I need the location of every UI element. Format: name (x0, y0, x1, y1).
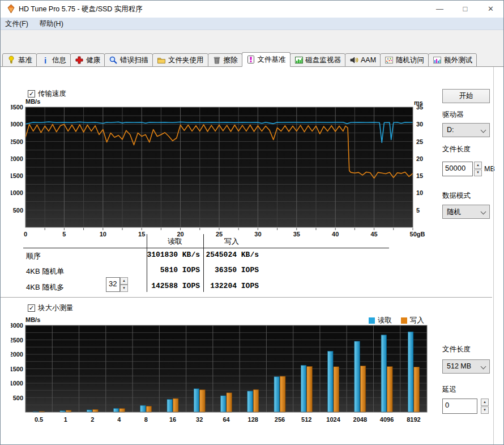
svg-text:15: 15 (416, 172, 423, 179)
svg-text:1000: 1000 (11, 380, 23, 387)
4kb-multi-write-value: 132204 IOPS (204, 282, 259, 290)
tab-label: 错误扫描 (120, 56, 148, 65)
tab-error-scan[interactable]: 错误扫描 (104, 53, 153, 67)
tab-erase[interactable]: 擦除 (208, 53, 242, 67)
app-icon (6, 4, 16, 14)
tab-extra-tests[interactable]: 额外测试 (428, 53, 477, 67)
chevron-down-icon (481, 209, 486, 215)
data-mode-value: 随机 (447, 207, 461, 217)
svg-text:2500: 2500 (11, 138, 23, 145)
svg-text:50gB: 50gB (410, 231, 425, 238)
svg-text:2500: 2500 (11, 337, 23, 344)
svg-text:3500: 3500 (11, 104, 23, 111)
tab-folder-usage[interactable]: 文件夹使用 (152, 53, 208, 67)
tab-label: AAM (361, 56, 376, 64)
svg-text:1000: 1000 (11, 189, 23, 196)
tab-random-access[interactable]: 随机访问 (380, 53, 429, 67)
svg-text:15: 15 (138, 231, 145, 238)
sequential-write-value: 2545024 KB/s (204, 251, 259, 259)
tab-disk-monitor[interactable]: 磁盘监视器 (290, 53, 346, 67)
drive-combo[interactable]: D: (442, 123, 490, 137)
svg-text:8192: 8192 (407, 416, 420, 423)
queue-depth-down-button[interactable]: ▼ (120, 285, 128, 292)
data-mode-label: 数据模式 (442, 191, 471, 201)
svg-text:0: 0 (24, 231, 27, 238)
svg-text:MB/s: MB/s (25, 316, 40, 323)
tab-bar: 基准i信息健康错误扫描文件夹使用擦除文件基准磁盘监视器AAM随机访问额外测试 (2, 53, 476, 67)
svg-text:32: 32 (196, 416, 203, 423)
minimize-button[interactable]: — (427, 1, 452, 18)
svg-text:25: 25 (416, 138, 423, 145)
svg-text:10: 10 (416, 189, 423, 196)
folder-icon (157, 56, 166, 65)
svg-text:1500: 1500 (11, 172, 23, 179)
tab-label: 健康 (86, 56, 100, 65)
tab-aam[interactable]: AAM (345, 53, 381, 67)
svg-text:35: 35 (293, 231, 300, 238)
delay-down-button[interactable]: ▼ (481, 406, 489, 414)
block-file-length-combo[interactable]: 512 MB (442, 359, 490, 374)
tab-strip: 基准i信息健康错误扫描文件夹使用擦除文件基准磁盘监视器AAM随机访问额外测试 (1, 53, 503, 67)
tab-label: 擦除 (224, 56, 238, 65)
panel-separator (493, 67, 494, 445)
chevron-down-icon (481, 128, 486, 133)
start-button[interactable]: 开始 (442, 89, 490, 103)
health-cross-icon (75, 56, 84, 65)
tab-benchmark[interactable]: 基准 (2, 53, 37, 67)
block-file-length-value: 512 MB (447, 362, 471, 370)
extra-test-icon (433, 56, 442, 65)
delay-up-button[interactable]: ▲ (481, 399, 489, 406)
block-file-length-label: 文件长度 (442, 345, 471, 354)
tab-info[interactable]: i信息 (36, 53, 71, 67)
menu-bar: 文件(F) 帮助(H) (1, 18, 503, 30)
svg-text:2: 2 (91, 416, 94, 423)
svg-text:2048: 2048 (353, 416, 367, 423)
speaker-icon (349, 56, 358, 65)
svg-text:256: 256 (275, 416, 285, 423)
svg-text:5: 5 (416, 207, 420, 214)
svg-text:10: 10 (100, 231, 106, 238)
queue-depth-input[interactable]: 32 (106, 277, 120, 292)
close-button[interactable]: ✕ (478, 1, 503, 18)
tab-label: 随机访问 (396, 56, 424, 65)
app-window: HD Tune Pro 5.75 - 硬盘/SSD 实用程序 — □ ✕ 文件(… (0, 0, 504, 445)
svg-text:512: 512 (301, 416, 311, 423)
trash-icon (212, 56, 221, 65)
file-length-down-button[interactable]: ▼ (474, 169, 482, 177)
file-length-input[interactable]: 50000 (442, 162, 473, 176)
svg-text:8: 8 (144, 416, 148, 423)
4kb-multi-read-value: 142588 IOPS (134, 282, 200, 290)
tab-health[interactable]: 健康 (70, 53, 105, 67)
delay-stepper: ▲ ▼ (481, 399, 489, 414)
disk-monitor-icon (294, 56, 304, 65)
file-benchmark-page: ✓ 传输速度 350030002500200015001000500353025… (1, 67, 503, 445)
chevron-down-icon (481, 364, 486, 370)
4kb-single-write-value: 36350 IOPS (204, 266, 259, 274)
svg-text:16: 16 (169, 416, 176, 423)
menu-file[interactable]: 文件(F) (1, 18, 33, 31)
svg-text:4096: 4096 (380, 416, 394, 423)
svg-text:1: 1 (64, 416, 67, 423)
4kb-single-read-value: 5810 IOPS (134, 266, 200, 274)
svg-text:ms: ms (414, 99, 423, 106)
maximize-button[interactable]: □ (452, 1, 478, 18)
file-benchmark-icon (246, 55, 255, 64)
table-header-rule (23, 248, 389, 248)
data-mode-combo[interactable]: 随机 (442, 205, 490, 219)
file-length-up-button[interactable]: ▲ (474, 162, 482, 169)
svg-text:3000: 3000 (11, 322, 23, 329)
column-header-read: 读取 (147, 236, 203, 247)
title-bar: HD Tune Pro 5.75 - 硬盘/SSD 实用程序 — □ ✕ (1, 1, 503, 18)
tab-label: 文件基准 (258, 55, 286, 65)
tab-label: 额外测试 (444, 56, 472, 65)
tab-file-benchmark[interactable]: 文件基准 (242, 52, 291, 67)
svg-text:3000: 3000 (11, 121, 23, 128)
tab-label: 磁盘监视器 (306, 56, 341, 65)
queue-depth-up-button[interactable]: ▲ (120, 277, 128, 285)
delay-input[interactable]: 0 (442, 399, 477, 414)
menu-help[interactable]: 帮助(H) (35, 18, 67, 31)
svg-text:5: 5 (62, 231, 66, 238)
block-size-checkbox[interactable]: ✓ 块大小测量 (28, 303, 74, 313)
random-access-icon (385, 56, 394, 65)
column-header-write: 写入 (203, 236, 260, 247)
